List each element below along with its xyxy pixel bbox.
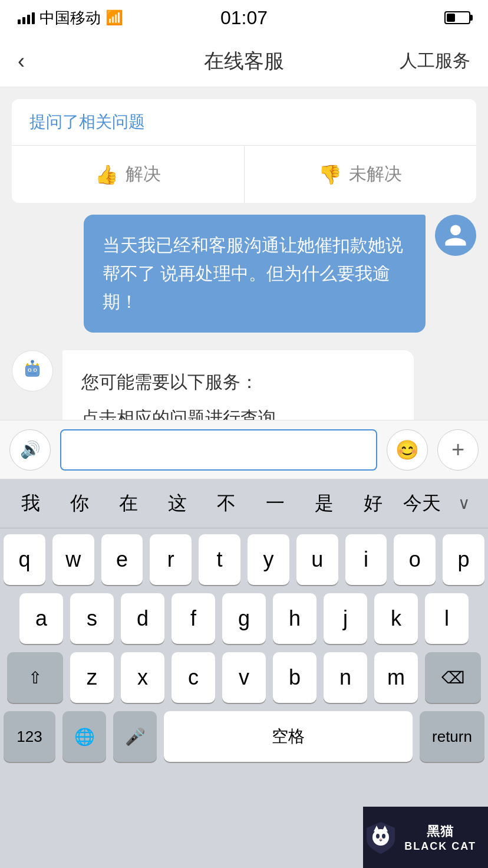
svg-rect-4 [34,369,36,371]
mic-key[interactable]: 🎤 [113,711,157,762]
status-right [444,11,470,24]
key-a[interactable]: a [19,593,63,644]
key-e[interactable]: e [101,534,143,585]
feedback-top-text: 提问了相关问题 [12,99,476,146]
key-y[interactable]: y [248,534,289,585]
key-u[interactable]: u [296,534,338,585]
svg-point-15 [382,834,385,839]
suggestion-是[interactable]: 是 [300,485,349,522]
emoji-icon: 😊 [395,439,419,461]
bot-bubble-title: 您可能需要以下服务： [81,367,395,397]
svg-point-16 [380,839,382,840]
back-button[interactable]: ‹ [18,49,25,74]
key-l[interactable]: l [425,593,469,644]
emoji-button[interactable]: 😊 [387,429,428,471]
key-o[interactable]: o [394,534,436,585]
feedback-buttons: 👍 解决 👎 未解决 [12,146,476,203]
svg-rect-0 [26,366,39,376]
space-key[interactable]: 空格 [164,711,413,762]
suggestion-你[interactable]: 你 [55,485,104,522]
resolved-button[interactable]: 👍 解决 [12,146,245,203]
key-b[interactable]: b [273,652,316,703]
keyboard-rows: q w e r t y u i o p a s d f g h j k l ⇧ … [0,528,488,762]
black-cat-watermark: 黑猫 BLACK CAT [363,807,488,868]
suggestion-这[interactable]: 这 [153,485,202,522]
status-left: 中国移动 📶 [18,8,123,28]
user-avatar [435,215,476,256]
key-w[interactable]: w [52,534,94,585]
suggestion-不[interactable]: 不 [202,485,250,522]
input-bar: 🔊 😊 + [0,420,488,479]
key-i[interactable]: i [345,534,387,585]
bot-avatar-icon [19,357,46,384]
status-bar: 中国移动 📶 01:07 [0,0,488,35]
svg-rect-7 [28,373,37,374]
key-q[interactable]: q [4,534,45,585]
status-time: 01:07 [220,7,268,29]
unresolved-label: 未解决 [349,162,402,186]
key-v[interactable]: v [222,652,266,703]
resolved-label: 解决 [126,162,161,186]
bot-avatar [12,350,53,392]
user-bubble: 当天我已经和客服沟通让她催扣款她说帮不了 说再处理中。但为什么要我逾期！ [84,215,426,333]
key-x[interactable]: x [121,652,164,703]
suggestion-一[interactable]: 一 [251,485,300,522]
unresolved-button[interactable]: 👎 未解决 [245,146,477,203]
human-service-button[interactable]: 人工服务 [400,49,470,73]
key-m[interactable]: m [374,652,418,703]
add-icon: + [451,437,464,462]
battery-fill [447,14,455,22]
key-r[interactable]: r [150,534,192,585]
key-c[interactable]: c [172,652,215,703]
thumb-up-icon: 👍 [95,163,118,186]
key-p[interactable]: p [443,534,484,585]
wifi-icon: 📶 [105,9,123,26]
suggestion-今天[interactable]: 今天 [398,485,447,522]
key-n[interactable]: n [324,652,367,703]
key-k[interactable]: k [374,593,418,644]
shift-key[interactable]: ⇧ [7,652,63,703]
key-f[interactable]: f [172,593,215,644]
key-d[interactable]: d [121,593,164,644]
page-title: 在线客服 [204,48,284,75]
key-z[interactable]: z [70,652,114,703]
key-row-2: a s d f g h j k l [4,593,484,644]
svg-marker-10 [36,363,39,366]
user-message-row: 当天我已经和客服沟通让她催扣款她说帮不了 说再处理中。但为什么要我逾期！ [12,215,476,333]
delete-key[interactable]: ⌫ [425,652,481,703]
svg-marker-8 [26,363,29,366]
carrier-label: 中国移动 [39,8,101,28]
suggestion-collapse[interactable]: ∨ [447,494,482,513]
key-t[interactable]: t [199,534,240,585]
suggestion-在[interactable]: 在 [104,485,153,522]
nav-bar: ‹ 在线客服 人工服务 [0,35,488,87]
feedback-card: 提问了相关问题 👍 解决 👎 未解决 [12,99,476,203]
key-h[interactable]: h [273,593,316,644]
key-j[interactable]: j [324,593,367,644]
key-row-3: ⇧ z x c v b n m ⌫ [4,652,484,703]
key-g[interactable]: g [222,593,266,644]
battery-icon [444,11,470,24]
num-key[interactable]: 123 [4,711,55,762]
key-row-4: 123 🌐 🎤 空格 return [4,711,484,762]
return-key[interactable]: return [420,711,484,762]
suggestion-我[interactable]: 我 [6,485,55,522]
cat-chinese-label: 黑猫 [427,823,454,840]
add-button[interactable]: + [437,429,479,471]
thumb-down-icon: 👎 [318,163,342,186]
svg-point-11 [372,829,389,846]
black-cat-logo-icon [363,820,398,855]
user-avatar-icon [443,222,469,248]
message-input[interactable] [60,429,377,471]
globe-key[interactable]: 🌐 [62,711,106,762]
keyboard-suggestions: 我 你 在 这 不 一 是 好 今天 ∨ [0,479,488,528]
signal-bars [18,11,35,24]
suggestion-好[interactable]: 好 [349,485,398,522]
svg-point-14 [376,834,380,839]
cat-brand-label: BLACK CAT [404,840,476,853]
voice-icon: 🔊 [20,440,41,459]
svg-rect-3 [29,369,31,371]
key-s[interactable]: s [70,593,114,644]
voice-button[interactable]: 🔊 [9,429,51,471]
key-row-1: q w e r t y u i o p [4,534,484,585]
